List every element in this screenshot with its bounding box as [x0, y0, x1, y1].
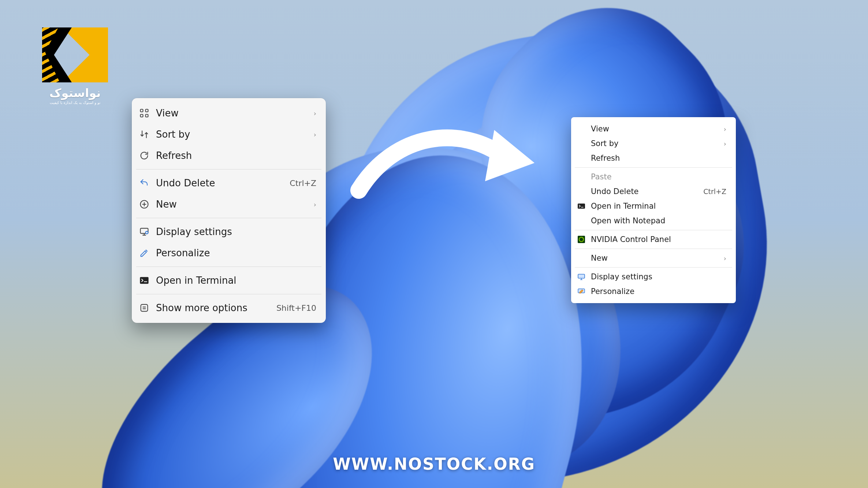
- menu-item-open-terminal[interactable]: Open in Terminal: [135, 270, 323, 291]
- menu-item-paste: Paste: [574, 170, 733, 184]
- svg-rect-8: [141, 305, 148, 312]
- menu-item-undo-delete[interactable]: Undo Delete Ctrl+Z: [135, 172, 323, 194]
- footer-url: WWW.NOSTOCK.ORG: [0, 455, 868, 473]
- menu-item-label: New: [156, 199, 298, 210]
- blank-icon: [577, 254, 586, 262]
- blank-icon: [577, 124, 586, 133]
- blank-icon: [577, 139, 586, 148]
- svg-rect-7: [140, 277, 148, 284]
- more-options-icon: [139, 303, 149, 313]
- menu-item-shortcut: Shift+F10: [276, 303, 316, 313]
- context-menu-compact: View › Sort by › Refresh: [132, 98, 326, 323]
- menu-item-label: View: [591, 124, 709, 133]
- menu-item-sort-by[interactable]: Sort by ›: [574, 136, 733, 151]
- svg-rect-9: [578, 204, 585, 209]
- grid-icon: [139, 108, 149, 118]
- menu-separator: [575, 167, 732, 168]
- menu-item-open-notepad[interactable]: Open with Notepad: [574, 213, 733, 228]
- plus-circle-icon: [139, 199, 149, 209]
- context-menu-classic: View › Sort by › Refresh Paste Undo Dele…: [571, 117, 736, 303]
- menu-separator: [136, 218, 321, 218]
- menu-separator: [575, 249, 732, 249]
- menu-item-undo-delete[interactable]: Undo Delete Ctrl+Z: [574, 184, 733, 199]
- menu-item-shortcut: Ctrl+Z: [290, 179, 316, 188]
- menu-item-label: Undo Delete: [591, 187, 687, 196]
- menu-item-new[interactable]: New ›: [574, 251, 733, 265]
- menu-item-label: Refresh: [591, 154, 726, 163]
- menu-item-personalize[interactable]: Personalize: [135, 242, 323, 264]
- menu-item-label: Display settings: [591, 272, 726, 281]
- menu-item-refresh[interactable]: Refresh: [574, 151, 733, 165]
- menu-item-label: Refresh: [156, 150, 316, 161]
- personalize-icon: [577, 287, 586, 296]
- menu-item-personalize[interactable]: Personalize: [574, 284, 733, 299]
- brand-logo-mark: [42, 27, 108, 82]
- menu-item-label: Undo Delete: [156, 178, 272, 189]
- menu-separator: [575, 230, 732, 230]
- menu-separator: [136, 267, 321, 267]
- monitor-icon: [139, 227, 149, 237]
- blank-icon: [577, 154, 586, 163]
- menu-item-open-terminal[interactable]: Open in Terminal: [574, 199, 733, 213]
- menu-item-view[interactable]: View ›: [574, 122, 733, 136]
- menu-item-label: NVIDIA Control Panel: [591, 235, 726, 244]
- chevron-right-icon: ›: [314, 109, 316, 117]
- svg-rect-0: [141, 109, 143, 112]
- menu-item-label: Paste: [591, 172, 726, 181]
- menu-separator: [575, 267, 732, 268]
- menu-item-label: Open in Terminal: [156, 275, 316, 286]
- menu-separator: [136, 294, 321, 294]
- menu-item-display-settings[interactable]: Display settings: [574, 269, 733, 284]
- menu-item-shortcut: Ctrl+Z: [703, 187, 726, 195]
- paintbrush-icon: [139, 248, 149, 258]
- refresh-icon: [139, 150, 149, 161]
- brand-logo-subtitle: تو و استوک به یک اندازه با کیفیت: [40, 101, 110, 105]
- menu-item-label: New: [591, 254, 709, 262]
- desktop-background: نواستوک تو و استوک به یک اندازه با کیفیت…: [0, 0, 868, 488]
- menu-item-label: Sort by: [591, 139, 709, 148]
- chevron-right-icon: ›: [724, 140, 726, 148]
- menu-item-label: Personalize: [156, 247, 316, 258]
- svg-rect-12: [578, 274, 585, 278]
- chevron-right-icon: ›: [314, 131, 316, 138]
- menu-item-label: Display settings: [156, 226, 316, 237]
- svg-rect-2: [141, 115, 143, 117]
- monitor-icon: [577, 272, 586, 281]
- menu-item-new[interactable]: New ›: [135, 194, 323, 215]
- menu-item-label: Open with Notepad: [591, 216, 726, 225]
- blank-icon: [577, 187, 586, 196]
- chevron-right-icon: ›: [724, 125, 726, 133]
- menu-item-label: Personalize: [591, 287, 726, 296]
- menu-item-sort-by[interactable]: Sort by ›: [135, 124, 323, 145]
- menu-item-label: Sort by: [156, 129, 298, 140]
- chevron-right-icon: ›: [314, 201, 316, 208]
- blank-icon: [577, 172, 586, 181]
- nvidia-icon: [577, 235, 586, 244]
- chevron-right-icon: ›: [724, 254, 726, 262]
- menu-item-label: Open in Terminal: [591, 202, 726, 211]
- brand-logo: نواستوک تو و استوک به یک اندازه با کیفیت: [40, 27, 110, 105]
- menu-item-display-settings[interactable]: Display settings: [135, 221, 323, 242]
- svg-rect-3: [146, 115, 148, 117]
- blank-icon: [577, 216, 586, 225]
- menu-item-show-more-options[interactable]: Show more options Shift+F10: [135, 297, 323, 318]
- svg-point-6: [146, 231, 148, 234]
- undo-icon: [139, 178, 149, 188]
- menu-item-view[interactable]: View ›: [135, 103, 323, 124]
- terminal-icon: [139, 275, 149, 286]
- menu-separator: [136, 169, 321, 170]
- menu-item-label: Show more options: [156, 302, 259, 313]
- terminal-icon: [577, 202, 586, 211]
- sort-icon: [139, 129, 149, 139]
- brand-logo-title: نواستوک: [40, 86, 110, 100]
- menu-item-nvidia-control-panel[interactable]: NVIDIA Control Panel: [574, 232, 733, 247]
- menu-item-refresh[interactable]: Refresh: [135, 145, 323, 166]
- svg-rect-1: [146, 109, 148, 112]
- menu-item-label: View: [156, 108, 298, 119]
